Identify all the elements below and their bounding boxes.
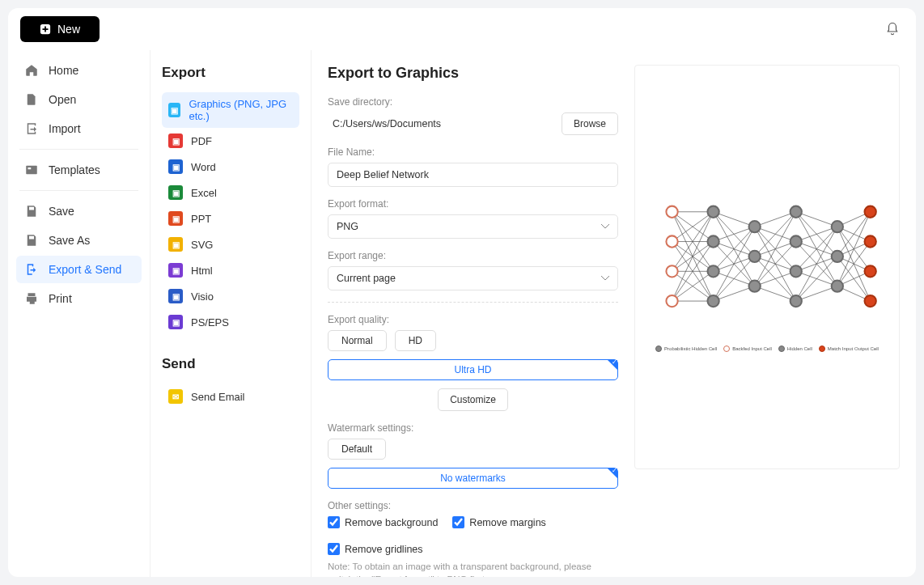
svg-point-77 — [749, 281, 761, 292]
customize-button[interactable]: Customize — [438, 388, 508, 411]
export-panel: Export ▣ Graphics (PNG, JPG etc.) ▣ PDF … — [150, 50, 312, 577]
svg-point-88 — [865, 295, 876, 307]
svg-line-28 — [714, 227, 755, 301]
form-title: Export to Graphics — [328, 65, 618, 82]
svg-point-85 — [865, 206, 876, 218]
export-opt-ppt[interactable]: ▣ PPT — [162, 206, 299, 231]
save-icon — [24, 204, 39, 218]
svg-point-83 — [832, 251, 843, 262]
file-type-icon: ▣ — [168, 315, 183, 329]
file-name-input[interactable] — [328, 163, 618, 187]
saveas-icon — [24, 233, 39, 248]
file-type-icon: ▣ — [168, 211, 183, 226]
export-form: Export to Graphics Save directory: C:/Us… — [328, 65, 618, 562]
templates-icon — [24, 163, 39, 177]
sidebar-item-save[interactable]: Save — [16, 197, 142, 225]
svg-point-76 — [749, 251, 761, 262]
browse-button[interactable]: Browse — [562, 112, 618, 135]
new-label: New — [57, 23, 80, 36]
svg-point-68 — [666, 235, 677, 247]
sidebar-item-save-as[interactable]: Save As — [16, 227, 142, 254]
watermark-no-watermarks[interactable]: No watermarks — [328, 468, 618, 489]
export-opt-ps/eps[interactable]: ▣ PS/EPS — [162, 309, 299, 335]
divider — [328, 302, 618, 303]
chk-remove-margins[interactable]: Remove margins — [452, 516, 545, 528]
svg-point-79 — [790, 235, 802, 247]
svg-rect-2 — [28, 167, 32, 169]
file-type-icon: ▣ — [168, 263, 183, 278]
svg-point-72 — [707, 235, 718, 247]
file-type-icon: ▣ — [168, 103, 180, 117]
send-heading: Send — [162, 356, 299, 372]
file-type-icon: ▣ — [168, 289, 183, 303]
export-opt-svg[interactable]: ▣ SVG — [162, 231, 299, 257]
export-opt-pdf[interactable]: ▣ PDF — [162, 128, 299, 154]
range-select[interactable]: Current page — [328, 266, 618, 290]
svg-point-81 — [790, 295, 802, 307]
file-type-icon: ▣ — [168, 237, 183, 252]
file-name-label: File Name: — [328, 146, 618, 158]
file-type-icon: ▣ — [168, 185, 183, 200]
export-opt-excel[interactable]: ▣ Excel — [162, 180, 299, 206]
save-dir-value: C:/Users/ws/Documents — [328, 118, 441, 129]
print-icon — [24, 291, 39, 306]
svg-line-49 — [796, 227, 837, 271]
svg-point-73 — [707, 265, 718, 277]
svg-point-80 — [790, 265, 802, 277]
save-dir-label: Save directory: — [328, 96, 618, 108]
svg-point-71 — [707, 206, 718, 218]
watermark-label: Watermark settings: — [328, 422, 618, 434]
bell-icon[interactable] — [885, 22, 900, 36]
file-type-icon: ▣ — [168, 159, 183, 174]
quality-label: Export quality: — [328, 314, 618, 325]
network-diagram — [651, 182, 883, 331]
svg-line-25 — [714, 227, 755, 271]
file-icon — [24, 92, 39, 107]
svg-line-52 — [796, 227, 837, 301]
home-icon — [24, 63, 39, 78]
svg-point-87 — [865, 265, 876, 277]
note-text: Note: To obtain an image with a transpar… — [328, 560, 618, 577]
send-email-option[interactable]: ✉ Send Email — [162, 384, 299, 409]
quality-ultra-hd[interactable]: Ultra HD — [328, 359, 618, 380]
sidebar-item-templates[interactable]: Templates — [16, 156, 142, 184]
svg-line-40 — [755, 242, 796, 286]
chk-remove-bg[interactable]: Remove background — [328, 516, 438, 528]
svg-point-75 — [749, 221, 761, 232]
range-label: Export range: — [328, 250, 618, 261]
plus-icon — [40, 23, 51, 35]
watermark-default[interactable]: Default — [328, 439, 386, 460]
new-button[interactable]: New — [20, 16, 100, 42]
format-label: Export format: — [328, 198, 618, 210]
quality-hd[interactable]: HD — [395, 330, 436, 351]
svg-point-74 — [707, 295, 718, 307]
sidebar-item-open[interactable]: Open — [16, 86, 142, 113]
quality-normal[interactable]: Normal — [328, 330, 387, 351]
svg-point-69 — [666, 265, 677, 277]
svg-line-64 — [837, 242, 871, 286]
export-icon — [24, 262, 39, 277]
other-label: Other settings: — [328, 500, 618, 511]
svg-line-53 — [796, 256, 837, 301]
mail-icon: ✉ — [168, 389, 183, 404]
export-heading: Export — [162, 65, 299, 81]
svg-point-84 — [832, 281, 843, 292]
svg-line-39 — [755, 212, 796, 286]
export-opt-graphics[interactable]: ▣ Graphics (PNG, JPG etc.) — [162, 92, 299, 128]
sidebar-item-import[interactable]: Import — [16, 115, 142, 142]
export-opt-html[interactable]: ▣ Html — [162, 257, 299, 283]
import-icon — [24, 121, 39, 136]
format-select[interactable]: PNG — [328, 214, 618, 239]
svg-point-82 — [832, 221, 843, 232]
chk-remove-gridlines[interactable]: Remove gridlines — [328, 543, 423, 555]
svg-point-67 — [666, 206, 677, 218]
sidebar-item-print[interactable]: Print — [16, 285, 142, 312]
export-opt-visio[interactable]: ▣ Visio — [162, 283, 299, 309]
svg-point-70 — [666, 295, 677, 307]
svg-rect-1 — [26, 166, 37, 175]
export-opt-word[interactable]: ▣ Word — [162, 154, 299, 180]
svg-line-59 — [837, 212, 871, 256]
sidebar-item-export-send[interactable]: Export & Send — [16, 256, 142, 283]
file-type-icon: ▣ — [168, 134, 183, 148]
sidebar-item-home[interactable]: Home — [16, 57, 142, 84]
